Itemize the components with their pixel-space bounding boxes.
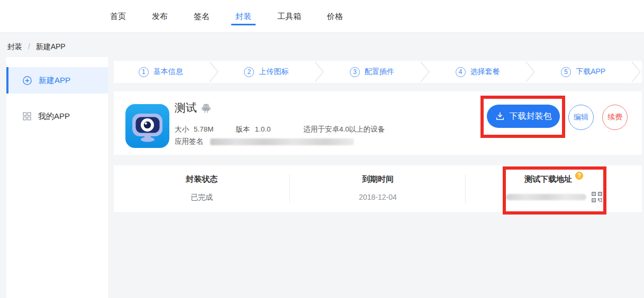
size-label: 大小: [175, 125, 189, 134]
status-column-package-status: 封装状态 已完成: [114, 165, 290, 212]
signature-value-redacted: [210, 138, 354, 145]
step-configure-plugins[interactable]: 3 配置插件: [325, 61, 419, 83]
download-button-label: 下载封装包: [510, 111, 552, 122]
signature-label: 应用签名: [175, 137, 203, 146]
download-icon: [495, 111, 505, 121]
top-nav: 首页 发布 签名 封装 工具箱 价格: [110, 0, 343, 33]
steps-wizard: 1 基本信息 2 上传图标 3 配置插件 4 选择套餐 5 下载APP: [114, 61, 642, 83]
version-label: 版本: [236, 125, 250, 134]
sidebar-item-label: 新建APP: [39, 76, 70, 86]
step-number-badge: 4: [456, 67, 466, 77]
chevron-right-icon: [208, 61, 220, 83]
app-icon: [125, 104, 169, 148]
step-label: 基本信息: [153, 67, 183, 77]
step-number-badge: 5: [561, 67, 571, 77]
step-label: 配置插件: [365, 67, 394, 77]
compatibility-text: 适用于安卓4.0以上的设备: [304, 125, 385, 134]
sidebar-item-label: 我的APP: [38, 111, 70, 122]
status-value: 已完成: [191, 193, 213, 202]
step-basic-info[interactable]: 1 基本信息: [114, 61, 208, 83]
expiry-label: 到期时间: [362, 174, 394, 184]
step-select-plan[interactable]: 4 选择套餐: [431, 61, 525, 83]
status-column-download-url: 测试下载地址 ?: [466, 165, 642, 212]
size-value: 5.78M: [194, 125, 214, 133]
sidebar-item-my-app[interactable]: 我的APP: [6, 103, 108, 129]
chevron-right-icon: [524, 61, 536, 83]
qr-code-icon[interactable]: [592, 192, 602, 202]
breadcrumb-current: 新建APP: [36, 42, 66, 51]
top-header: 首页 发布 签名 封装 工具箱 价格: [0, 0, 644, 33]
download-package-button[interactable]: 下载封装包: [487, 105, 560, 128]
chevron-right-icon: [313, 61, 325, 83]
step-download-app[interactable]: 5 下载APP: [536, 61, 630, 83]
download-url-redacted[interactable]: [506, 194, 586, 200]
step-label: 下载APP: [576, 67, 605, 77]
breadcrumb-section[interactable]: 封装: [7, 42, 22, 51]
app-meta: 大小 5.78M 版本 1.0.0 适用于安卓4.0以上的设备: [175, 125, 385, 134]
step-number-badge: 2: [244, 67, 254, 77]
step-label: 选择套餐: [470, 67, 500, 77]
plus-circle-icon: [23, 76, 32, 85]
breadcrumb-separator: /: [28, 42, 30, 51]
android-icon: [202, 103, 211, 113]
chevron-right-icon: [630, 61, 642, 83]
download-url-label: 测试下载地址: [524, 174, 572, 184]
step-number-badge: 3: [350, 67, 360, 77]
nav-item-toolbox[interactable]: 工具箱: [277, 0, 301, 33]
step-number-badge: 1: [139, 67, 149, 77]
step-upload-icon[interactable]: 2 上传图标: [220, 61, 314, 83]
help-icon[interactable]: ?: [575, 172, 583, 180]
nav-item-home[interactable]: 首页: [110, 0, 126, 33]
sidebar: 新建APP 我的APP: [6, 57, 108, 298]
step-label: 上传图标: [259, 67, 288, 77]
nav-item-publish[interactable]: 发布: [152, 0, 168, 33]
edit-button[interactable]: 编辑: [568, 105, 594, 130]
sidebar-item-new-app[interactable]: 新建APP: [6, 67, 108, 94]
breadcrumb: 封装 / 新建APP: [7, 42, 66, 52]
app-name: 测试: [175, 100, 197, 115]
nav-item-package[interactable]: 封装: [235, 0, 251, 33]
nav-item-price[interactable]: 价格: [327, 0, 343, 33]
chevron-right-icon: [419, 61, 431, 83]
app-card: 测试 大小 5.78M 版本 1.0.0 适用于安卓4.0以上的设备 应用签名: [114, 91, 642, 155]
expiry-value: 2018-12-04: [359, 193, 397, 201]
renew-button[interactable]: 续费: [602, 105, 628, 130]
status-label: 封装状态: [186, 174, 217, 184]
version-value: 1.0.0: [255, 125, 271, 133]
grid-icon: [23, 112, 31, 120]
status-panel: 封装状态 已完成 到期时间 2018-12-04 测试下载地址 ?: [114, 165, 642, 212]
status-column-expiry: 到期时间 2018-12-04: [290, 165, 466, 212]
nav-item-sign[interactable]: 签名: [194, 0, 210, 33]
